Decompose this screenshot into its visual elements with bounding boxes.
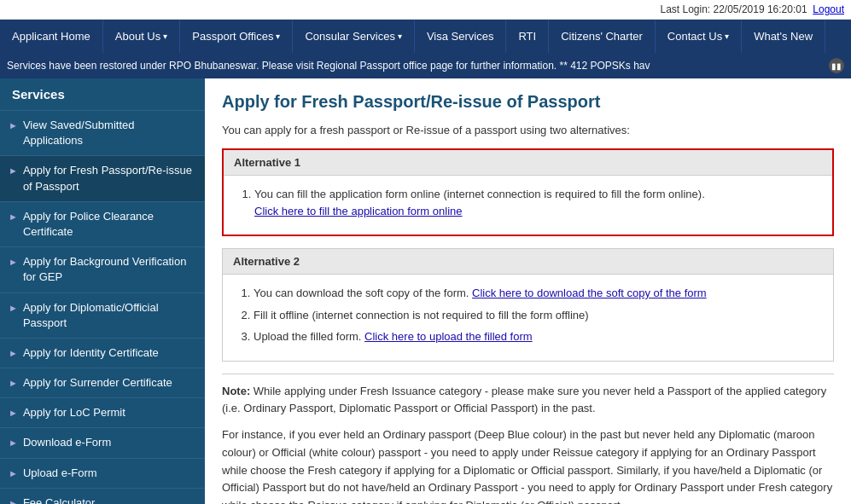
note-section: Note: While applying under Fresh Issuanc… [222, 383, 834, 505]
ticker-pause-button[interactable]: ▮▮ [829, 58, 844, 73]
chevron-right-icon: ► [9, 347, 18, 360]
top-bar: Last Login: 22/05/2019 16:20:01 Logout [0, 0, 851, 20]
last-login-label: Last Login: [660, 3, 710, 15]
fill-form-online-link[interactable]: Click here to fill the application form … [254, 205, 463, 217]
sidebar-item-upload-eform[interactable]: ► Upload e-Form [0, 459, 205, 489]
contact-us-arrow: ▾ [725, 32, 729, 41]
note-label: Note: [222, 385, 250, 397]
sidebar-item-fee-calculator[interactable]: ► Fee Calculator [0, 489, 205, 504]
logout-link[interactable]: Logout [813, 3, 844, 15]
section-divider [222, 374, 834, 374]
chevron-right-icon: ► [9, 302, 18, 315]
sidebar-item-background-verification[interactable]: ► Apply for Background Verification for … [0, 247, 205, 293]
download-soft-copy-link[interactable]: Click here to download the soft copy of … [472, 287, 707, 299]
nav-applicant-home[interactable]: Applicant Home [0, 20, 103, 53]
alt2-item1: You can download the soft copy of the fo… [254, 285, 819, 302]
sidebar-item-download-eform[interactable]: ► Download e-Form [0, 428, 205, 458]
alternative1-box: Alternative 1 You can fill the applicati… [222, 148, 834, 236]
note-text1: While applying under Fresh Issuance cate… [222, 385, 826, 415]
ticker-text: Services have been restored under RPO Bh… [7, 60, 822, 72]
ticker-bar: Services have been restored under RPO Bh… [0, 53, 851, 78]
chevron-right-icon: ► [9, 407, 18, 420]
alt2-header: Alternative 2 [223, 249, 833, 275]
sidebar: Services ► View Saved/Submitted Applicat… [0, 78, 205, 504]
chevron-right-icon: ► [9, 497, 18, 504]
alternative2-box: Alternative 2 You can download the soft … [222, 248, 834, 362]
sidebar-item-view-saved[interactable]: ► View Saved/Submitted Applications [0, 111, 205, 156]
alt1-header: Alternative 1 [224, 150, 832, 176]
nav-about-us[interactable]: About Us ▾ [103, 20, 180, 53]
nav-consular-services[interactable]: Consular Services ▾ [293, 20, 415, 53]
sidebar-item-identity-certificate[interactable]: ► Apply for Identity Certificate [0, 339, 205, 368]
nav-contact-us[interactable]: Contact Us ▾ [656, 20, 742, 53]
nav-whats-new[interactable]: What's New [742, 20, 825, 53]
chevron-right-icon: ► [9, 256, 18, 269]
sidebar-title: Services [0, 78, 205, 111]
sidebar-item-police-clearance[interactable]: ► Apply for Police Clearance Certificate [0, 202, 205, 247]
chevron-right-icon: ► [9, 467, 18, 480]
chevron-right-icon: ► [9, 165, 18, 177]
upload-filled-form-link[interactable]: Click here to upload the filled form [364, 330, 533, 343]
consular-services-arrow: ▾ [398, 32, 402, 41]
chevron-right-icon: ► [9, 119, 18, 132]
passport-offices-arrow: ▾ [276, 32, 280, 41]
alt1-item1: You can fill the application form online… [254, 186, 819, 219]
note-paragraph1: Note: While applying under Fresh Issuanc… [222, 383, 834, 419]
nav-rti[interactable]: RTI [506, 20, 549, 53]
chevron-right-icon: ► [9, 437, 18, 449]
nav-passport-offices[interactable]: Passport Offices ▾ [180, 20, 293, 53]
alt1-body: You can fill the application form online… [224, 176, 832, 235]
alt2-body: You can download the soft copy of the fo… [223, 275, 833, 361]
sidebar-item-surrender-certificate[interactable]: ► Apply for Surrender Certificate [0, 368, 205, 398]
intro-text: You can apply for a fresh passport or Re… [222, 124, 834, 136]
alt2-item2: Fill it offline (internet connection is … [254, 307, 819, 324]
alt2-item3: Upload the filled form. Click here to up… [254, 328, 819, 345]
main-content: Apply for Fresh Passport/Re-issue of Pas… [205, 78, 851, 504]
sidebar-item-fresh-passport[interactable]: ► Apply for Fresh Passport/Re-issue of P… [0, 156, 205, 201]
sidebar-item-loc-permit[interactable]: ► Apply for LoC Permit [0, 398, 205, 428]
about-us-arrow: ▾ [163, 32, 167, 41]
chevron-right-icon: ► [9, 377, 18, 390]
note-paragraph2: For instance, if you ever held an Ordina… [222, 426, 834, 504]
nav-citizens-charter[interactable]: Citizens' Charter [549, 20, 656, 53]
sidebar-item-diplomatic-passport[interactable]: ► Apply for Diplomatic/Official Passport [0, 293, 205, 339]
main-nav: Applicant Home About Us ▾ Passport Offic… [0, 20, 851, 53]
nav-visa-services[interactable]: Visa Services [415, 20, 507, 53]
chevron-right-icon: ► [9, 211, 18, 223]
page-title: Apply for Fresh Passport/Re-issue of Pas… [222, 92, 834, 112]
note-text2: For instance, if you ever held an Ordina… [222, 428, 832, 504]
page-layout: Services ► View Saved/Submitted Applicat… [0, 78, 851, 504]
last-login-value: 22/05/2019 16:20:01 [714, 3, 807, 15]
